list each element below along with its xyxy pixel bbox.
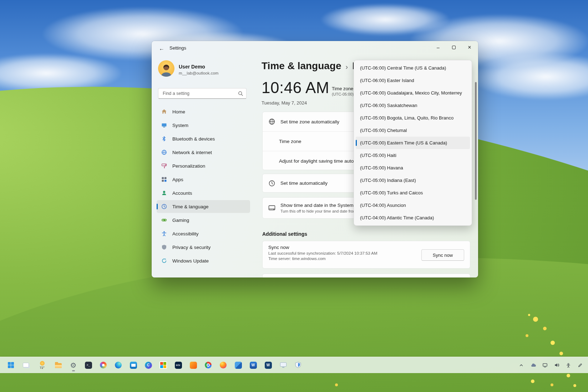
taskbar-orange-app-button[interactable] xyxy=(187,358,200,372)
sync-now-button[interactable]: Sync now xyxy=(421,249,464,261)
row-label: Time zone xyxy=(279,139,301,144)
display-icon xyxy=(280,362,287,367)
tray-onedrive-button[interactable] xyxy=(529,360,537,370)
maximize-button[interactable] xyxy=(446,42,462,53)
gamepad-icon xyxy=(161,217,167,223)
taskbar-microsoft-app-button[interactable] xyxy=(157,358,170,372)
taskbar-blue-app-button[interactable] xyxy=(232,358,245,372)
home-icon xyxy=(161,108,167,115)
paint-palette-icon xyxy=(100,362,107,368)
sidebar-item-label: Apps xyxy=(172,177,183,182)
sync-card: Sync now Last successful time synchroniz… xyxy=(262,241,470,269)
taskbar-task-view-button[interactable] xyxy=(19,358,32,372)
taskbar-file-explorer-button[interactable] xyxy=(52,358,65,372)
sidebar: User Demo m__lab@outlook.com Home xyxy=(152,55,255,278)
partial-card xyxy=(262,274,470,278)
sidebar-item-home[interactable]: Home xyxy=(157,105,250,118)
file-explorer-icon xyxy=(55,363,62,368)
taskbar-canva-button[interactable]: C xyxy=(142,358,155,372)
word-icon: W xyxy=(250,362,257,369)
back-arrow-icon: ← xyxy=(159,45,164,51)
sidebar-item-accessibility[interactable]: Accessibility xyxy=(157,227,250,240)
taskbar-terminal-button[interactable]: >_ xyxy=(82,358,95,372)
timezone-option[interactable]: (UTC-05:00) Havana xyxy=(356,162,470,174)
search-input[interactable] xyxy=(158,88,246,98)
timezone-option[interactable]: (UTC-05:00) Chetumal xyxy=(356,124,470,137)
taskbar: 72° ⚙ >_ C xyxy=(0,357,588,373)
taskbar-windows-security-button[interactable] xyxy=(292,358,305,372)
timezone-option[interactable]: (UTC-06:00) Easter Island xyxy=(356,74,470,87)
timezone-option[interactable]: (UTC-05:00) Bogota, Lima, Quito, Rio Bra… xyxy=(356,112,470,124)
sidebar-item-network-internet[interactable]: Network & internet xyxy=(157,146,250,159)
sidebar-item-system[interactable]: System xyxy=(157,119,250,132)
taskbar-firefox-button[interactable] xyxy=(217,358,230,372)
sidebar-item-label: System xyxy=(172,123,188,128)
windows-logo-icon xyxy=(8,362,14,368)
taskbar-mail-button[interactable] xyxy=(127,358,140,372)
firefox-icon xyxy=(220,362,227,368)
user-name: User Demo xyxy=(179,64,205,70)
timezone-option[interactable]: (UTC-05:00) Indiana (East) xyxy=(356,174,470,187)
minimize-icon: – xyxy=(437,45,440,50)
sidebar-item-label: Windows Update xyxy=(172,258,209,264)
breadcrumb-root[interactable]: Time & language xyxy=(262,60,341,72)
tray-pen-button[interactable] xyxy=(576,360,584,370)
breadcrumb-separator-icon: › xyxy=(346,63,348,71)
taskbar-chrome-button[interactable] xyxy=(202,358,215,372)
timezone-dropdown: (UTC-06:00) Central Time (US & Canada) (… xyxy=(354,60,472,226)
timezone-option[interactable]: (UTC-05:00) Haiti xyxy=(356,149,470,162)
timezone-option[interactable]: (UTC-06:00) Central Time (US & Canada) xyxy=(356,62,470,74)
current-time: 10:46 AM xyxy=(262,79,329,97)
tray-hidden-icons-button[interactable] xyxy=(517,360,526,370)
timezone-option[interactable]: (UTC-04:00) Asuncion xyxy=(356,199,470,212)
timezone-option[interactable]: (UTC-06:00) Saskatchewan xyxy=(356,99,470,112)
sidebar-item-privacy-security[interactable]: Privacy & security xyxy=(157,241,250,254)
tray-cast-button[interactable] xyxy=(541,360,549,370)
timezone-auto-icon xyxy=(268,118,275,125)
shield-icon xyxy=(161,244,167,250)
cast-display-icon xyxy=(542,362,548,368)
clock-language-icon xyxy=(161,203,167,210)
sidebar-item-time-language[interactable]: Time & language xyxy=(157,200,250,213)
sidebar-item-label: Bluetooth & devices xyxy=(172,136,215,142)
sidebar-item-label: Home xyxy=(172,109,185,114)
taskbar-paint-button[interactable] xyxy=(97,358,110,372)
sidebar-item-apps[interactable]: Apps xyxy=(157,173,250,186)
timezone-option[interactable]: (UTC-05:00) Turks and Caicos xyxy=(356,187,470,199)
sidebar-item-bluetooth-devices[interactable]: Bluetooth & devices xyxy=(157,132,250,145)
taskbar-display-settings-button[interactable] xyxy=(277,358,290,372)
sidebar-item-label: Accessibility xyxy=(172,231,199,236)
timezone-option[interactable]: (UTC-06:00) Guadalajara, Mexico City, Mo… xyxy=(356,87,470,99)
sidebar-item-accounts[interactable]: Accounts xyxy=(157,187,250,199)
sidebar-item-windows-update[interactable]: Windows Update xyxy=(157,254,250,267)
tray-volume-button[interactable] xyxy=(552,360,561,370)
close-button[interactable]: × xyxy=(462,42,477,53)
timezone-option-selected[interactable]: (UTC-05:00) Eastern Time (US & Canada) xyxy=(356,137,470,149)
update-icon xyxy=(161,258,167,264)
scrollbar-thumb[interactable] xyxy=(475,82,477,200)
sidebar-item-label: Gaming xyxy=(172,218,189,223)
timezone-option[interactable]: (UTC-04:00) Atlantic Time (Canada) xyxy=(356,212,470,224)
personalization-icon xyxy=(161,163,167,169)
chrome-icon xyxy=(205,362,212,368)
taskbar-edge-button[interactable] xyxy=(112,358,125,372)
canva-icon: C xyxy=(145,362,152,369)
taskbar-start-button[interactable] xyxy=(4,358,17,372)
taskbar-word-button[interactable]: W xyxy=(247,358,260,372)
taskbar-settings-button[interactable]: ⚙ xyxy=(67,358,80,372)
weather-sun-icon xyxy=(40,361,45,366)
tray-accessibility-button[interactable] xyxy=(564,360,573,370)
sidebar-item-gaming[interactable]: Gaming xyxy=(157,214,250,226)
edge-icon xyxy=(115,362,122,368)
avatar[interactable] xyxy=(158,60,174,77)
minimize-button[interactable]: – xyxy=(430,42,446,53)
back-button[interactable]: ← xyxy=(156,44,167,52)
taskbar-widgets-button[interactable]: 72° xyxy=(34,358,50,372)
taskbar-office-app-button[interactable]: W xyxy=(262,358,275,372)
search-icon xyxy=(238,91,243,96)
taskbar-dev-app-button[interactable]: DEV xyxy=(172,358,185,372)
mail-icon xyxy=(130,362,137,369)
sidebar-item-personalization[interactable]: Personalization xyxy=(157,159,250,172)
row-label: Set time zone automatically xyxy=(280,119,339,124)
current-date: Tuesday, May 7, 2024 xyxy=(262,100,307,106)
